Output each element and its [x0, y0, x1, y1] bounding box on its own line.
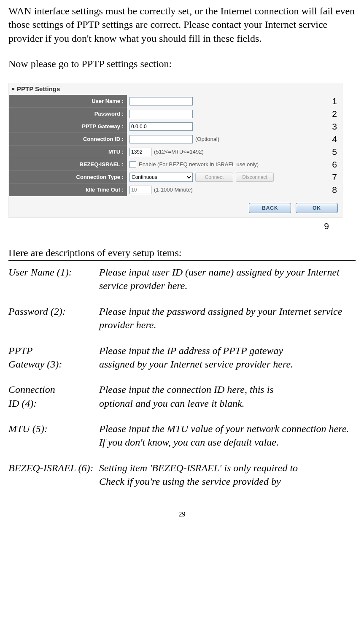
goto-paragraph: Now please go to PPTP settings section:	[8, 57, 356, 70]
password-label: Password :	[9, 108, 127, 120]
annotation-7: 7	[332, 171, 337, 183]
bezeq-label: BEZEQ-ISRAEL :	[9, 158, 127, 171]
connection-id-hint: (Optional)	[195, 135, 219, 143]
connection-id-label: Connection ID :	[9, 133, 127, 146]
d6-label: BEZEQ-ISRAEL (6):	[8, 461, 99, 475]
bezeq-checkbox[interactable]	[129, 161, 136, 168]
ok-button[interactable]: OK	[296, 203, 338, 213]
idle-hint: (1-1000 Minute)	[154, 186, 193, 194]
annotation-2: 2	[332, 108, 337, 120]
d3-label-b: Gateway (3):	[8, 357, 99, 371]
action-area: BACK OK	[9, 196, 342, 217]
bezeq-hint: Enable (For BEZEQ network in ISRAEL use …	[139, 161, 259, 168]
pptp-header-text: PPTP Settings	[17, 85, 60, 93]
idle-label: Idle Time Out :	[9, 184, 127, 196]
annotation-6: 6	[332, 159, 337, 170]
mtu-hint: (512<=MTU<=1492)	[154, 148, 204, 156]
pptp-settings-panel: PPTP Settings User Name : 1 Password : 2…	[8, 83, 342, 218]
connect-button[interactable]: Connect	[195, 173, 233, 182]
d6-text-a: Setting item 'BEZEQ-ISRAEL' is only requ…	[99, 461, 356, 475]
d3-text-a: Please input the IP address of PPTP gate…	[99, 344, 356, 357]
annotation-3: 3	[332, 121, 337, 132]
d5-label: MTU (5):	[8, 422, 99, 449]
disconnect-button[interactable]: Disconnect	[236, 173, 274, 182]
d5-text: Please input the MTU value of your netwo…	[99, 422, 356, 449]
password-input[interactable]	[129, 110, 193, 118]
d3-label-a: PPTP	[8, 344, 99, 357]
annotation-8: 8	[332, 184, 337, 196]
description-table: User Name (1): Please input user ID (use…	[8, 265, 356, 489]
d2-text: Please input the password assigned by yo…	[99, 305, 356, 332]
divider	[8, 260, 356, 261]
annotation-5: 5	[332, 146, 337, 158]
d4-label-b: ID (4):	[8, 397, 99, 410]
d4-label-a: Connection	[8, 383, 99, 396]
intro-paragraph: WAN interface settings must be correctly…	[8, 4, 356, 45]
gateway-input[interactable]	[129, 122, 193, 131]
mtu-input[interactable]	[129, 148, 151, 156]
d4-text-b: optional and you can leave it blank.	[99, 397, 356, 410]
username-input[interactable]	[129, 97, 193, 105]
idle-input[interactable]	[129, 186, 151, 194]
page-number: 29	[8, 510, 356, 519]
d1-text: Please input user ID (user name) assigne…	[99, 265, 356, 293]
connection-type-label: Connection Type :	[9, 171, 127, 184]
pptp-header: PPTP Settings	[9, 83, 342, 95]
connection-id-input[interactable]	[129, 135, 193, 143]
mtu-label: MTU :	[9, 146, 127, 158]
bullet-icon	[12, 88, 14, 90]
desc-intro: Here are descriptions of every setup ite…	[8, 246, 356, 259]
d3-text-b: assigned by your Internet service provid…	[99, 357, 356, 371]
annotation-4: 4	[332, 133, 337, 145]
connection-type-select[interactable]: Continuous	[129, 173, 193, 182]
annotation-9: 9	[8, 220, 342, 232]
back-button[interactable]: BACK	[249, 203, 291, 213]
d1-label: User Name (1):	[8, 265, 99, 293]
gateway-label: PPTP Gateway :	[9, 120, 127, 133]
d2-label: Password (2):	[8, 305, 99, 332]
d6-text-b: Check if you're using the service provid…	[99, 475, 356, 488]
username-label: User Name :	[9, 95, 127, 108]
annotation-1: 1	[332, 95, 337, 107]
d4-text-a: Please input the connection ID here, thi…	[99, 383, 356, 396]
